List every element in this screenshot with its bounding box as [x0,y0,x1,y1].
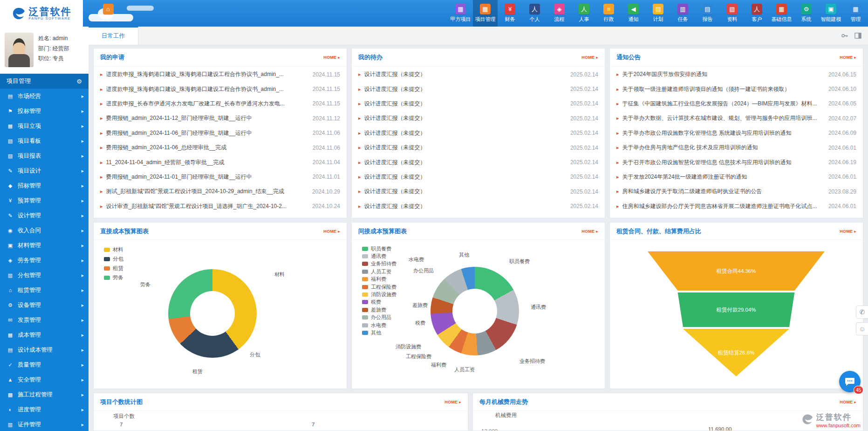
notice-list-item[interactable]: ▸ 关于召开市政公用设施智慧化管理信息 信息技术与应用培训班的通知 2024.0… [616,155,856,169]
notice-list-item[interactable]: ▸ 住房和城乡建设部办公厅关于同意吉林省开展二级建造师注册证书电子化试点... … [616,199,856,214]
module-header[interactable]: 项目管理 ⚙ [0,74,89,89]
rental-funnel-chart[interactable]: 租赁合同44.36% 租赁付款29.04% 租赁结算26.6% [648,251,825,378]
notice-list-item[interactable]: ▸ 关于领取一级注册建造师培训项目的通知（须持一建证书前来领取） 2024.06… [616,82,856,96]
legend-item[interactable]: 福利费 [362,276,396,283]
notice-list-item[interactable]: ▸ 关于举办市政公用设施数字化管理信息 系统建设与应用培训班的通知 2024.0… [616,126,856,140]
legend-item[interactable]: 其他 [362,329,396,336]
more-link[interactable]: HOME ▸ [323,229,340,234]
todo-list-item[interactable]: ▸ 设计进度汇报（未提交） 2025.02.14 [358,199,598,214]
legend-item[interactable]: 业务招待费 [362,260,396,268]
more-link[interactable]: HOME ▸ [840,400,856,404]
sidebar-menu-item[interactable]: ✎ 设计管理 ▸ [0,208,89,223]
top-nav-item[interactable]: ≡ 行政 [596,0,621,27]
notice-list-item[interactable]: ▸ 于征集《中国建筑施工行业信息化发展报告（2024）—BIM应用与发展》材料.… [616,97,856,111]
funnel-band[interactable]: 租赁付款29.04% [648,292,825,327]
sidebar-menu-item[interactable]: ▦ 项目立项 ▸ [0,118,89,133]
sidebar-menu-item[interactable]: ▤ 市场经营 ▸ [0,89,89,104]
more-link[interactable]: HOME ▸ [840,55,856,60]
legend-item[interactable]: 办公用品 [362,314,396,321]
sidebar-menu-item[interactable]: ◈ 劳务管理 ▸ [0,253,89,268]
todo-list-item[interactable]: ▸ 设计进度汇报（未提交） 2025.02.14 [358,97,598,111]
top-nav-item[interactable]: ▦ 管理 [843,0,868,27]
nav-item-portal[interactable]: ⌂ 门户 [93,0,123,27]
more-link[interactable]: HOME ▸ [581,229,598,234]
indirect-cost-donut-chart[interactable] [431,267,519,355]
notice-list-item[interactable]: ▸ 关于举办住房与房地产信息化 技术及应用培训班的通知 2024.06.01 [616,140,856,155]
gear-icon[interactable]: ⚙ [76,78,82,85]
contact-tab[interactable]: ✆ [856,306,868,319]
application-list-item[interactable]: ▸ 设计审查_彭祖新城“四馆”景观工程设计项目_请选择_胡广生_2024-10-… [100,199,340,214]
more-link[interactable]: HOME ▸ [444,400,461,404]
todo-list-item[interactable]: ▸ 设计进度汇报（未提交） 2025.02.14 [358,140,598,155]
todo-list-item[interactable]: ▸ 设计进度汇报（未提交） 2025.02.14 [358,111,598,125]
key-icon[interactable] [841,32,848,39]
todo-list-item[interactable]: ▸ 设计进度汇报（未提交） 2025.02.14 [358,67,598,82]
top-nav-item[interactable]: ◈ 流程 [547,0,572,27]
top-nav-item[interactable]: ▦ 项目管理 [473,0,498,27]
funnel-band[interactable]: 租赁合同44.36% [648,251,825,291]
top-nav-item[interactable]: 人 客户 [745,0,769,27]
top-nav-item[interactable]: ▦ 甲方项目 [448,0,473,27]
top-nav-item[interactable]: ▦ 基础信息 [769,0,794,27]
application-list-item[interactable]: ▸ 进度款申报_珠海鹤港口建设_珠海鹤港口建设工程合作协议书_admin_...… [100,67,340,82]
sidebar-menu-item[interactable]: ⚙ 设备管理 ▸ [0,298,89,313]
legend-item[interactable]: 分包 [104,254,123,264]
tab-daily-work[interactable]: 日常工作 [89,27,138,45]
sidebar-menu-item[interactable]: ✓ 质量管理 ▸ [0,357,89,372]
legend-item[interactable]: 人员工资 [362,268,396,275]
sidebar-menu-item[interactable]: ✎ 项目设计 ▸ [0,163,89,178]
sidebar-menu-item[interactable]: ▥ 证件管理 ▸ [0,417,89,431]
direct-cost-donut-chart[interactable] [168,269,257,358]
legend-item[interactable]: 税费 [362,299,396,306]
sidebar-menu-item[interactable]: ◐ 进度管理 ▸ [0,402,89,417]
sidebar-menu-item[interactable]: ✉ 发票管理 ▸ [0,313,89,327]
top-nav-item[interactable]: ▥ 任务 [670,0,695,27]
top-nav-item[interactable]: 人 个人 [522,0,547,27]
panel-toggle-icon[interactable] [854,32,861,39]
legend-item[interactable]: 劳务 [104,273,123,282]
funnel-band[interactable]: 租赁结算26.6% [648,329,825,376]
top-nav-item[interactable]: ▤ 报告 [695,0,720,27]
legend-item[interactable]: 材料 [104,245,123,254]
legend-item[interactable]: 水电费 [362,321,396,329]
top-nav-item[interactable]: 人 人事 [572,0,596,27]
top-nav-item[interactable]: ▧ 资料 [720,0,745,27]
application-list-item[interactable]: ▸ 费用报销_admin_2024-11-01_部门经理审批_胡建__运行中 2… [100,170,340,184]
todo-list-item[interactable]: ▸ 设计进度汇报（未提交） 2025.02.14 [358,184,598,199]
sidebar-menu-item[interactable]: ▲ 安全管理 ▸ [0,372,89,387]
sidebar-menu-item[interactable]: ¥ 预算管理 ▸ [0,193,89,208]
sidebar-menu-item[interactable]: ▥ 分包管理 ▸ [0,268,89,283]
application-list-item[interactable]: ▸ 费用报销_admin_2024-11-06_部门经理审批_胡建__运行中 2… [100,126,340,140]
application-list-item[interactable]: ▸ 进度款申报_长春市伊通河水力发电厂改建工程_长春市伊通河水力发电... 20… [100,97,340,111]
application-list-item[interactable]: ▸ 进度款申报_珠海鹤港口建设_珠海鹤港口建设工程合作协议书_admin_...… [100,82,340,96]
application-list-item[interactable]: ▸ 测试_彭祖新城“四馆”景观工程设计项目_2024-10-29_admin_结… [100,184,340,199]
sidebar-menu-item[interactable]: ▦ 成本管理 ▸ [0,327,89,342]
legend-item[interactable]: 职员餐费 [362,245,396,252]
legend-item[interactable]: 差旅费 [362,306,396,313]
sidebar-menu-item[interactable]: ◉ 收入合同 ▸ [0,223,89,238]
todo-list-item[interactable]: ▸ 设计进度汇报（未提交） 2025.02.14 [358,126,598,140]
legend-item[interactable]: 租赁 [104,264,123,273]
sidebar-menu-item[interactable]: ▤ 设计成本管理 ▸ [0,342,89,357]
top-nav-item[interactable]: ◀ 通知 [621,0,646,27]
application-list-item[interactable]: ▸ 费用报销_admin_2024-11-12_部门经理审批_胡建__运行中 2… [100,111,340,125]
more-link[interactable]: HOME ▸ [581,55,598,60]
todo-list-item[interactable]: ▸ 设计进度汇报（未提交） 2025.02.14 [358,170,598,184]
smiley-tab[interactable]: ☺ [856,322,868,335]
sidebar-menu-item[interactable]: ▣ 材料管理 ▸ [0,238,89,253]
notice-list-item[interactable]: ▸ 关于2024年国庆节放假安排的通知 2024.06.15 [616,67,856,82]
notice-list-item[interactable]: ▸ 房和城乡建设厅关于取消二级建造师临时执业证书的公告 2023.08.29 [616,184,856,199]
legend-item[interactable]: 工程保险费 [362,283,396,291]
notice-list-item[interactable]: ▸ 关于发放2024年第24批一级建造师注册证书的通知 2024.06.01 [616,170,856,184]
legend-item[interactable]: 通讯费 [362,252,396,260]
project-count-chart[interactable]: 项目个数 7 7 [94,411,468,431]
todo-list-item[interactable]: ▸ 设计进度汇报（未提交） 2025.02.14 [358,155,598,169]
chat-button[interactable]: 45 [839,371,861,392]
sidebar-menu-item[interactable]: ▩ 施工过程管理 ▸ [0,387,89,402]
sidebar-menu-item[interactable]: ⌂ 租赁管理 ▸ [0,283,89,298]
top-nav-item[interactable]: ¥ 财务 [498,0,522,27]
legend-item[interactable]: 消防设施费 [362,291,396,298]
more-link[interactable]: HOME ▸ [840,229,856,234]
application-list-item[interactable]: ▸ 11_2024-11-04_admin_经营部_领导审批__完成 2024.… [100,155,340,169]
sidebar-menu-item[interactable]: ⚑ 投标管理 ▸ [0,104,89,118]
